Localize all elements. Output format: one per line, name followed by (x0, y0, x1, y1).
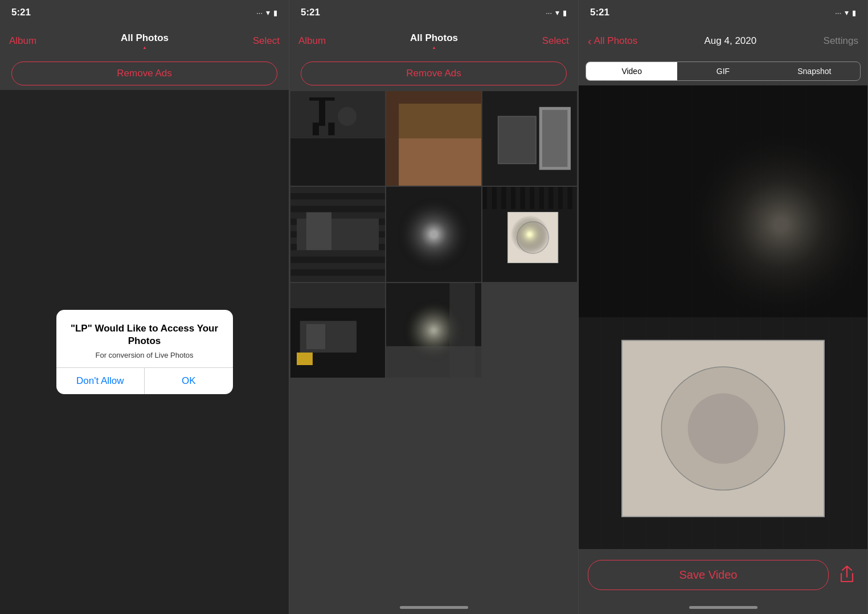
status-time-3: 5:21 (590, 7, 609, 18)
home-indicator-2 (289, 600, 578, 614)
status-icons-2: ··· ▾ ▮ (546, 8, 567, 17)
remove-ads-btn-2[interactable]: Remove Ads (301, 62, 567, 85)
photo-cell-2[interactable] (386, 91, 481, 186)
segment-video[interactable]: Video (586, 62, 677, 80)
save-video-button[interactable]: Save Video (588, 560, 829, 590)
panel-3: 5:21 ··· ▾ ▮ ‹ All Photos Aug 4, 2020 Se… (579, 0, 868, 614)
wifi-icon-3: ▾ (845, 8, 849, 17)
nav-select-1[interactable]: Select (253, 35, 280, 47)
nav-settings[interactable]: Settings (824, 35, 858, 47)
home-indicator-3 (579, 600, 867, 614)
photo-cell-5[interactable] (386, 187, 481, 281)
dialog-title: "LP" Would Like to Access Your Photos (68, 322, 222, 347)
status-bar-1: 5:21 ··· ▾ ▮ (0, 0, 289, 25)
signal-icon-2: ··· (546, 9, 552, 17)
segment-control: Video GIF Snapshot (586, 62, 861, 81)
photo-canvas-5 (386, 187, 481, 281)
photo-cell-7[interactable] (290, 283, 385, 378)
status-icons-1: ··· ▾ ▮ (256, 8, 277, 17)
nav-title-arrow-1: ▲ (142, 45, 147, 50)
segment-gif[interactable]: GIF (677, 62, 768, 80)
nav-title-2: All Photos ▲ (410, 32, 458, 50)
nav-title-1: All Photos ▲ (121, 32, 169, 50)
status-bar-3: 5:21 ··· ▾ ▮ (579, 0, 867, 25)
photo-canvas-2 (386, 91, 481, 186)
status-time-2: 5:21 (301, 7, 320, 18)
dialog-overlay: "LP" Would Like to Access Your Photos Fo… (0, 90, 289, 614)
status-bar-2: 5:21 ··· ▾ ▮ (289, 0, 578, 25)
panel-1: 5:21 ··· ▾ ▮ Album All Photos ▲ Select R… (0, 0, 289, 614)
battery-icon-3: ▮ (852, 9, 856, 17)
battery-icon-2: ▮ (563, 9, 567, 17)
panel-content-1: "LP" Would Like to Access Your Photos Fo… (0, 90, 289, 614)
battery-icon-1: ▮ (273, 9, 277, 17)
photo-cell-6[interactable] (482, 187, 577, 281)
panel-2: 5:21 ··· ▾ ▮ Album All Photos ▲ Select R… (289, 0, 579, 614)
nav-title-arrow-2: ▲ (432, 45, 436, 50)
nav-album-1[interactable]: Album (9, 35, 36, 47)
nav-bar-1: Album All Photos ▲ Select (0, 25, 289, 57)
photo-canvas-8 (386, 283, 481, 378)
wifi-icon-2: ▾ (555, 8, 559, 17)
dialog-message: For conversion of Live Photos (68, 351, 222, 359)
nav-back-label: All Photos (594, 35, 638, 47)
ok-button[interactable]: OK (145, 368, 233, 394)
home-bar-2 (400, 606, 468, 609)
nav-back-button[interactable]: ‹ All Photos (588, 35, 637, 48)
signal-icon-1: ··· (256, 9, 263, 17)
dialog-buttons: Don't Allow OK (56, 367, 233, 394)
bottom-bar: Save Video (579, 549, 867, 600)
nav-select-2[interactable]: Select (542, 35, 569, 47)
photo-canvas-6 (482, 187, 577, 281)
photo-canvas-3 (482, 91, 577, 186)
photo-cell-8[interactable] (386, 283, 481, 378)
segment-snapshot[interactable]: Snapshot (769, 62, 860, 80)
nav-album-2[interactable]: Album (298, 35, 326, 47)
status-time-1: 5:21 (11, 7, 31, 18)
wifi-icon-1: ▾ (266, 8, 270, 17)
photo-grid (289, 90, 578, 379)
preview-canvas (579, 85, 867, 549)
photo-cell-4[interactable] (290, 187, 385, 281)
nav-date: Aug 4, 2020 (705, 35, 757, 47)
photo-cell-1[interactable] (290, 91, 385, 186)
photo-cell-9 (482, 283, 577, 378)
photo-preview (579, 85, 867, 549)
photo-canvas-7 (290, 283, 385, 378)
remove-ads-btn-1[interactable]: Remove Ads (11, 62, 277, 85)
status-icons-3: ··· ▾ ▮ (835, 8, 856, 17)
dialog: "LP" Would Like to Access Your Photos Fo… (56, 310, 233, 394)
panel-content-2 (289, 90, 578, 600)
share-icon[interactable] (836, 563, 858, 586)
photo-cell-3[interactable] (482, 91, 577, 186)
dialog-body: "LP" Would Like to Access Your Photos Fo… (56, 310, 233, 367)
nav-bar-3: ‹ All Photos Aug 4, 2020 Settings (579, 25, 867, 57)
photo-canvas-1 (290, 91, 385, 186)
nav-bar-2: Album All Photos ▲ Select (289, 25, 578, 57)
signal-icon-3: ··· (835, 9, 841, 17)
back-chevron-icon: ‹ (588, 35, 592, 48)
dont-allow-button[interactable]: Don't Allow (56, 368, 145, 394)
photo-canvas-4 (290, 187, 385, 281)
home-bar-3 (689, 606, 758, 609)
